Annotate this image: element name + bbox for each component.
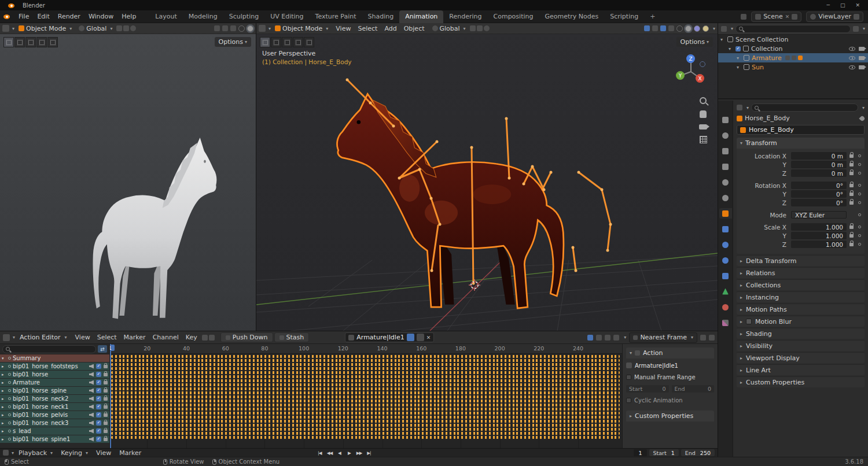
scene-selector[interactable]: Scene ✕	[751, 12, 801, 22]
keyframe-row[interactable]	[111, 359, 620, 362]
lock-icon[interactable]	[104, 438, 108, 441]
expand-icon[interactable]	[2, 397, 6, 401]
mode-dropdown[interactable]: Object Mode▾	[272, 23, 331, 34]
hide-eye-icon[interactable]	[849, 56, 855, 60]
transform-value-field[interactable]: 0 m	[791, 161, 847, 168]
orientation-dropdown[interactable]: Global▾	[76, 23, 115, 34]
channel-row[interactable]: bip01_horse_neck2 ✓	[0, 395, 109, 402]
dopesheet-menu-item[interactable]: View	[72, 334, 94, 341]
enable-checkbox[interactable]: ✓	[96, 396, 101, 401]
keyframe-row[interactable]	[111, 416, 620, 419]
options-button-left[interactable]: Options▾	[215, 37, 251, 47]
properties-section-header[interactable]: ▸ Line Art	[737, 364, 865, 375]
animate-dot-icon[interactable]	[858, 213, 861, 216]
lock-icon[interactable]	[849, 163, 854, 167]
visibility-icon[interactable]	[214, 25, 220, 31]
enable-checkbox[interactable]: ✓	[96, 380, 101, 385]
properties-section-header[interactable]: ▸ Shading	[737, 328, 865, 339]
viewport-menu-item[interactable]: Object	[400, 25, 428, 32]
snap-dropdown[interactable]: Nearest Frame▾	[629, 332, 697, 343]
transform-panel-header[interactable]: ▾ Transform	[737, 138, 865, 149]
modifiers-tab[interactable]	[719, 224, 732, 234]
current-frame-badge[interactable]: 1	[110, 345, 115, 351]
disable-render-icon[interactable]	[859, 65, 865, 69]
properties-section-header[interactable]: ▸ Motion Blur	[737, 316, 865, 327]
mute-icon[interactable]	[89, 421, 94, 426]
output-tab[interactable]	[719, 146, 732, 156]
transform-value-field[interactable]: XYZ Euler	[791, 211, 847, 219]
manual-frame-range-row[interactable]: Manual Frame Range	[626, 372, 714, 382]
disable-render-icon[interactable]	[859, 56, 865, 60]
keyframe-region[interactable]: 20406080100120140160180200220240 1	[110, 344, 622, 448]
lock-icon[interactable]	[104, 430, 108, 433]
channel-row[interactable]: bip01_horse_neck1 ✓	[0, 403, 109, 410]
properties-section-header[interactable]: ▸ Custom Properties	[737, 376, 865, 387]
proportional-edit-icon[interactable]	[130, 25, 136, 31]
viewport-menu-item[interactable]: Add	[381, 25, 400, 32]
render-tab[interactable]	[719, 130, 732, 140]
menu-item[interactable]: Render	[54, 10, 84, 23]
tool-tab[interactable]	[719, 114, 732, 125]
workspace-tab[interactable]: UV Editing	[264, 10, 309, 23]
expand-icon[interactable]	[2, 421, 6, 426]
prev-layer-icon[interactable]	[202, 335, 208, 341]
properties-section-header[interactable]: ▸ Relations	[737, 267, 865, 278]
editor-type-icon[interactable]	[259, 25, 266, 32]
current-frame-field[interactable]: 1	[634, 449, 646, 456]
keyframe-row[interactable]	[111, 432, 620, 435]
blender-menu-icon[interactable]	[2, 12, 11, 21]
transform-value-field[interactable]: 0 m	[791, 169, 847, 177]
mute-icon[interactable]	[89, 405, 94, 409]
prev-keyframe-button[interactable]: ◀◀	[325, 449, 334, 456]
action-datablock-field[interactable]: Armature|Idle1 ✕	[345, 332, 434, 342]
pin-icon[interactable]	[8, 365, 11, 368]
lock-icon[interactable]	[104, 405, 108, 409]
mute-icon[interactable]	[89, 380, 94, 385]
keyframe-row[interactable]	[111, 355, 620, 358]
gizmos-icon[interactable]	[652, 25, 658, 31]
transform-value-field[interactable]: 0°	[791, 190, 847, 198]
next-keyframe-button[interactable]: ▶▶	[355, 449, 363, 456]
animate-dot-icon[interactable]	[858, 172, 861, 175]
viewlayer-selector[interactable]: ViewLayer	[806, 12, 863, 22]
shading-wireframe-icon[interactable]	[676, 25, 683, 32]
expand-icon[interactable]: ▾	[737, 56, 741, 61]
select-lasso-tool-button[interactable]	[293, 37, 303, 47]
orientation-dropdown[interactable]: Global▾	[429, 23, 469, 34]
keyframe-row[interactable]	[111, 436, 620, 439]
expand-icon[interactable]	[2, 413, 6, 417]
pin-icon[interactable]	[859, 115, 865, 121]
frame-start-field[interactable]: Start1	[649, 449, 679, 456]
select-box-tool-button[interactable]	[271, 37, 281, 47]
overlays-icon[interactable]	[230, 25, 236, 31]
zoom-icon[interactable]	[700, 97, 707, 104]
lock-icon[interactable]	[104, 421, 108, 425]
network-icon[interactable]	[741, 14, 746, 20]
playhead[interactable]	[110, 344, 111, 448]
add-workspace-button[interactable]: +	[644, 10, 661, 23]
breadcrumb-object-name[interactable]: Horse_E_Body	[745, 114, 790, 122]
cursor-tool-button[interactable]	[47, 37, 58, 47]
lock-icon[interactable]	[104, 365, 108, 368]
constraints-tab[interactable]	[719, 271, 732, 281]
keyframe-row[interactable]	[111, 375, 620, 378]
dopesheet-menu-item[interactable]: Channel	[149, 334, 182, 341]
material-tab[interactable]	[719, 302, 732, 312]
push-down-button[interactable]: Push Down	[220, 332, 273, 342]
select-circle-tool-button[interactable]	[282, 37, 292, 47]
minimize-button[interactable]: ─	[827, 2, 830, 8]
properties-section-header[interactable]: ▸ Collections	[737, 279, 865, 290]
hide-channels-icon[interactable]	[596, 335, 602, 341]
mute-icon[interactable]	[89, 437, 94, 442]
keyframe-row[interactable]	[111, 367, 620, 370]
enable-checkbox[interactable]: ✓	[96, 428, 101, 434]
expand-icon[interactable]	[2, 389, 6, 393]
channel-row[interactable]: bip01_horse_neck3 ✓	[0, 419, 109, 427]
animate-dot-icon[interactable]	[858, 234, 861, 237]
playback-dropdown[interactable]: Playback▾	[15, 449, 56, 457]
overlays-icon[interactable]	[660, 25, 666, 31]
workspace-tab[interactable]: Shading	[362, 10, 400, 23]
camera-view-icon[interactable]	[699, 124, 707, 130]
lock-icon[interactable]	[104, 413, 108, 417]
stash-button[interactable]: Stash	[274, 332, 310, 342]
